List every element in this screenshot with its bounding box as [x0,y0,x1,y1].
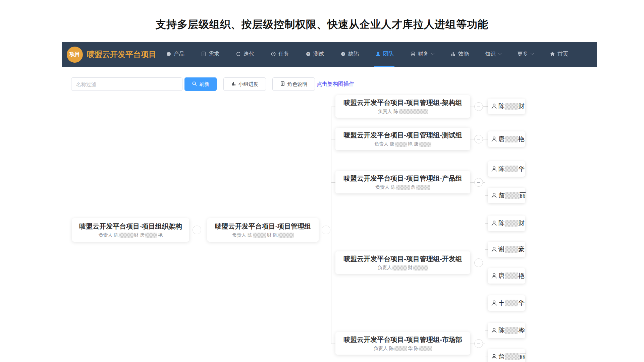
person-icon [491,136,497,142]
collapse-toggle-button[interactable] [474,178,483,187]
censored-name [505,136,518,142]
member-node[interactable]: 唐艳 [488,268,525,284]
refresh-button-label: 刷新 [199,81,209,87]
org-group-node[interactable]: 唛盟云开发平台项目-项目管理组-测试组负责人 唐艳 唐 [335,128,470,150]
nav-item-iteration[interactable]: 迭代 [235,42,255,67]
arch-diagram-hint-link[interactable]: 点击架构图操作 [317,81,354,88]
censored-name [505,300,518,306]
org-node-leader: 负责人 陈 詹 [375,184,430,190]
svg-text:!: ! [342,52,343,56]
nav-item-label: 团队 [383,51,394,58]
person-icon [491,246,497,252]
connector-line [483,106,488,107]
censored-name [505,327,518,334]
minus-icon [477,182,480,183]
role-description-button[interactable]: 角色说明 [272,77,315,91]
nav-item-product[interactable]: 产品 [165,42,185,67]
collapse-toggle-button[interactable] [474,135,483,143]
org-node-title: 唛盟云开发平台项目-项目管理组-产品组 [343,174,462,183]
nav-item-knowledge[interactable]: 知识 [484,42,502,67]
org-group-node[interactable]: 唛盟云开发平台项目-项目管理组-架构组负责人 陈 [335,95,470,118]
chevron-down-icon [431,51,435,55]
connector-line [470,263,474,263]
connector-line [189,230,193,230]
org-manager-node[interactable]: 唛盟云开发平台项目-项目管理组负责人 陈财 陈 [207,218,319,242]
collapse-toggle-button[interactable] [193,226,201,234]
project-title: 唛盟云开发平台项目 [87,49,156,60]
nav-item-requirement[interactable]: 需求 [200,42,220,67]
member-node[interactable]: 陈桦 [488,323,525,338]
connector-line [485,276,488,276]
censored-name [505,192,520,199]
nav-item-defect[interactable]: !缺陷 [339,42,360,67]
nav-item-task[interactable]: 任务 [270,42,290,67]
org-group-node[interactable]: 唛盟云开发平台项目-项目管理组-市场部负责人 陈华 陈 [335,332,470,355]
org-group-node[interactable]: 唛盟云开发平台项目-项目管理组-产品组负责人 陈 詹 [335,171,470,193]
chevron-down-icon [498,51,502,55]
censored-name [419,142,431,147]
nav-item-performance[interactable]: 效能 [449,42,470,67]
search-icon [192,81,197,87]
collapse-toggle-button[interactable] [474,339,483,348]
collapse-toggle-button[interactable] [322,226,330,234]
nav-item-label: 迭代 [244,51,254,58]
connector-line [331,182,335,183]
censored-name [419,346,432,351]
person-icon [491,327,497,334]
nav-item-label: 任务 [278,51,289,58]
connector-line [485,223,488,224]
collapse-toggle-button[interactable] [474,102,483,111]
org-node-title: 唛盟云开发平台项目-项目组织架构 [79,222,182,231]
member-node[interactable]: 詹丽 [488,188,525,203]
member-node[interactable]: 陈华 [488,161,525,177]
home-icon [549,51,555,57]
document-icon [280,81,285,87]
member-node[interactable]: 唐艳 [488,131,525,147]
org-node-title: 唛盟云开发平台项目-项目管理组-测试组 [343,131,462,140]
nav-item-home[interactable]: 首页 [549,42,569,67]
org-node-title: 唛盟云开发平台项目-项目管理组-架构组 [343,98,462,107]
connector-line [483,139,488,139]
org-group-node[interactable]: 唛盟云开发平台项目-项目管理组-开发组负责人 财 [335,251,470,274]
name-filter-input[interactable] [71,77,182,91]
person-icon [491,273,497,279]
member-node[interactable]: 陈财 [488,99,525,114]
connector-line [485,169,485,195]
group-progress-button[interactable]: 小组进度 [223,77,266,91]
connector-line [485,330,485,357]
connector-line [470,344,474,344]
member-name: 唐艳 [498,135,525,143]
connector-line [331,263,335,263]
censored-name [413,265,428,270]
refresh-button[interactable]: 刷新 [184,77,217,91]
connector-line [470,182,474,183]
org-root-node[interactable]: 唛盟云开发平台项目-项目组织架构负责人 陈财 唐艳 [72,218,189,242]
nav-item-team[interactable]: 团队 [374,42,394,67]
member-node[interactable]: 詹丽 [488,349,525,362]
minus-icon [195,230,199,230]
top-navbar: 项目 唛盟云开发平台项目 产品需求迭代任务?测试!缺陷团队财务效能知识更多首页 [62,42,597,67]
minus-icon [477,263,480,263]
org-node-title: 唛盟云开发平台项目-项目管理组-开发组 [343,254,462,263]
nav-item-test[interactable]: ?测试 [305,42,325,67]
nav-item-label: 财务 [418,51,429,58]
connector-line [485,357,488,357]
censored-name [505,166,518,172]
org-node-leader: 负责人 陈财 陈 [232,232,294,238]
nav-item-label: 产品 [174,51,184,58]
test-icon: ? [305,51,311,57]
nav-item-finance[interactable]: 财务 [409,42,435,67]
person-icon [491,300,497,306]
nav-item-label: 更多 [517,51,528,58]
member-name: 唐艳 [498,272,525,280]
nav-item-label: 首页 [557,51,568,58]
censored-name [394,346,407,351]
member-node[interactable]: 谢豪 [488,242,525,257]
collapse-toggle-button[interactable] [474,258,483,267]
member-node[interactable]: 陈财 [488,216,525,231]
nav-item-more[interactable]: 更多 [517,42,534,67]
person-icon [491,220,497,226]
project-logo-badge[interactable]: 项目 [67,47,83,63]
member-node[interactable]: 丰华 [488,295,525,311]
team-icon [375,51,381,57]
